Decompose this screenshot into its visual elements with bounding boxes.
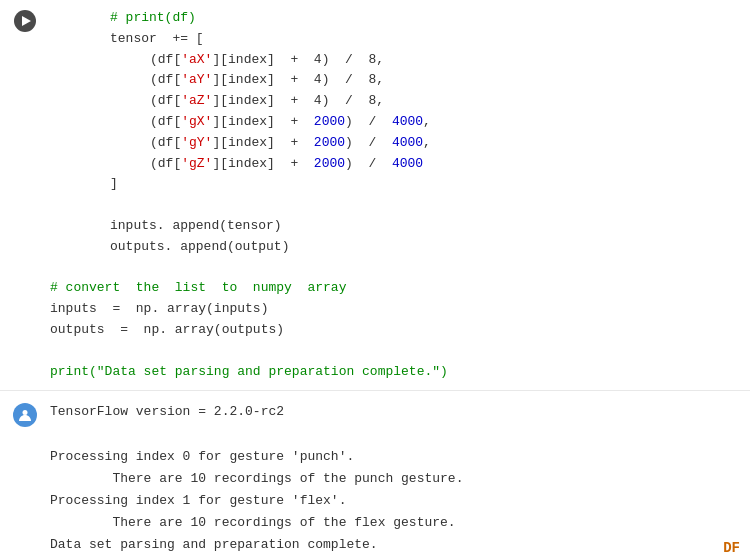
output-wrapper: TensorFlow version = 2.2.0-rc2 Processin… <box>0 391 750 556</box>
code-line: (df['gY'][index] + 2000) / 4000, <box>50 133 740 154</box>
code-text: inputs = np. array(inputs) <box>50 301 268 316</box>
code-text: ] <box>110 176 118 191</box>
code-text: (df[ <box>150 52 181 67</box>
code-text: outputs = np. array(outputs) <box>50 322 284 337</box>
code-line: # print(df) <box>50 8 740 29</box>
run-button[interactable] <box>14 10 36 32</box>
code-line <box>50 258 740 279</box>
output-line-processing0: Processing index 0 for gesture 'punch'. <box>50 446 740 468</box>
code-line: (df['gX'][index] + 2000) / 4000, <box>50 112 740 133</box>
code-text: ][index] + 4) / 8, <box>212 72 384 87</box>
output-line-processing1: Processing index 1 for gesture 'flex'. <box>50 490 740 512</box>
code-line: outputs = np. array(outputs) <box>50 320 740 341</box>
code-line: tensor += [ <box>50 29 740 50</box>
code-text: tensor += [ <box>110 31 204 46</box>
code-line: print("Data set parsing and preparation … <box>50 362 740 383</box>
comment: # convert the list to numpy array <box>50 280 346 295</box>
df-badge: DF <box>723 540 740 556</box>
code-line: (df['aY'][index] + 4) / 8, <box>50 70 740 91</box>
code-cell: # print(df) tensor += [ (df['aX'][index]… <box>0 0 750 391</box>
person-icon <box>18 408 32 422</box>
code-line: (df['gZ'][index] + 2000) / 4000 <box>50 154 740 175</box>
notebook-container: # print(df) tensor += [ (df['aX'][index]… <box>0 0 750 556</box>
code-line: (df['aZ'][index] + 4) / 8, <box>50 91 740 112</box>
output-line-recordings-flex: There are 10 recordings of the flex gest… <box>50 512 740 534</box>
code-string: 'gY' <box>181 135 212 150</box>
code-line <box>50 195 740 216</box>
code-line: # convert the list to numpy array <box>50 278 740 299</box>
code-text: outputs. append(output) <box>110 239 289 254</box>
code-text: (df[ <box>150 156 181 171</box>
code-text: (df[ <box>150 135 181 150</box>
cell-gutter <box>0 8 50 382</box>
output-gutter <box>0 401 50 556</box>
avatar <box>13 403 37 427</box>
code-text: (df[ <box>150 114 181 129</box>
code-text: (df[ <box>150 93 181 108</box>
code-line: outputs. append(output) <box>50 237 740 258</box>
output-content: TensorFlow version = 2.2.0-rc2 Processin… <box>50 401 750 556</box>
run-icon <box>22 16 31 26</box>
code-text: ][index] + 2000) / 4000, <box>212 114 430 129</box>
output-line-tensorflow: TensorFlow version = 2.2.0-rc2 <box>50 401 740 423</box>
svg-point-0 <box>23 410 28 415</box>
code-line: inputs. append(tensor) <box>50 216 740 237</box>
code-line: inputs = np. array(inputs) <box>50 299 740 320</box>
code-text: inputs. append(tensor) <box>110 218 282 233</box>
code-string: 'aY' <box>181 72 212 87</box>
code-text: ][index] + 4) / 8, <box>212 93 384 108</box>
output-line-complete: Data set parsing and preparation complet… <box>50 534 740 556</box>
code-line <box>50 341 740 362</box>
code-string: 'aX' <box>181 52 212 67</box>
code-string: 'aZ' <box>181 93 212 108</box>
code-string: 'gZ' <box>181 156 212 171</box>
code-text: ][index] + 2000) / 4000 <box>212 156 423 171</box>
output-line-recordings-punch: There are 10 recordings of the punch ges… <box>50 468 740 490</box>
comment: # print(df) <box>110 10 196 25</box>
code-text: ][index] + 2000) / 4000, <box>212 135 430 150</box>
code-text: (df[ <box>150 72 181 87</box>
code-line: (df['aX'][index] + 4) / 8, <box>50 50 740 71</box>
code-string: 'gX' <box>181 114 212 129</box>
code-text: ][index] + 4) / 8, <box>212 52 384 67</box>
output-cell: TensorFlow version = 2.2.0-rc2 Processin… <box>0 391 750 556</box>
output-line-blank1 <box>50 423 740 445</box>
code-line: ] <box>50 174 740 195</box>
code-content: # print(df) tensor += [ (df['aX'][index]… <box>50 8 750 382</box>
print-statement: print("Data set parsing and preparation … <box>50 364 448 379</box>
